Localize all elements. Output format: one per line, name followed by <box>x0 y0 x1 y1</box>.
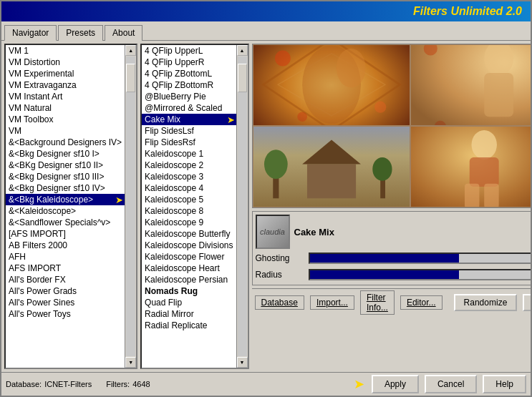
title-bar: Filters Unlimited 2.0 <box>1 1 531 21</box>
arrow-indicator: ➤ <box>115 195 123 205</box>
preview-cell-tl <box>253 44 410 126</box>
list-item[interactable]: Quad Flip <box>142 297 236 308</box>
list-item[interactable]: @Mirrored & Scaled <box>142 102 236 114</box>
middle-list-container: 4 QFlip UpperL 4 QFlip UpperR 4 QFlip ZB… <box>142 45 247 368</box>
scroll-up-btn-mid[interactable]: ▲ <box>237 45 248 56</box>
list-item[interactable]: AFS IMPORT <box>6 263 125 274</box>
cancel-btn[interactable]: Cancel <box>425 375 477 393</box>
svg-point-22 <box>471 130 496 160</box>
database-value: ICNET-Filters <box>44 380 92 388</box>
list-item[interactable]: VM <box>6 125 125 137</box>
middle-list-content: 4 QFlip UpperL 4 QFlip UpperR 4 QFlip ZB… <box>142 45 236 368</box>
scroll-track-mid[interactable] <box>238 57 247 356</box>
list-item[interactable]: &<Background Designers IV> <box>6 137 125 148</box>
list-item[interactable]: VM Toolbox <box>6 114 125 125</box>
svg-rect-24 <box>465 184 479 207</box>
list-item[interactable]: VM Experimental <box>6 68 125 79</box>
list-item[interactable]: VM Extravaganza <box>6 79 125 91</box>
list-item[interactable]: Kaleidoscope 5 <box>142 194 236 205</box>
list-item[interactable]: Kaleidoscope Persian <box>142 274 236 285</box>
list-item-power-sines[interactable]: All's Power Sines <box>6 297 125 308</box>
list-item[interactable]: Kaleidoscope 2 <box>142 160 236 171</box>
list-item-bkg-kaleido[interactable]: &<Bkg Kaleidoscope> ➤ <box>6 194 125 205</box>
svg-point-6 <box>374 101 386 112</box>
tab-presets[interactable]: Presets <box>58 25 103 41</box>
list-item[interactable]: Kaleidoscope Divisions <box>142 240 236 251</box>
filter-info-btn[interactable]: Filter Info... <box>360 290 395 315</box>
list-item[interactable]: AB Filters 2000 <box>6 240 125 251</box>
list-item[interactable]: VM Distortion <box>6 57 125 68</box>
content-area: VM 1 VM Distortion VM Experimental VM Ex… <box>1 41 531 372</box>
list-item[interactable]: Flip SidesLsf <box>142 125 236 137</box>
list-item[interactable]: [AFS IMPORT] <box>6 228 125 240</box>
radius-track[interactable] <box>309 269 531 280</box>
filters-status: Filters: 4648 <box>106 380 150 388</box>
status-bar: Database: ICNET-Filters Filters: 4648 ➤ … <box>1 372 531 396</box>
tab-bar: Navigator Presets About <box>1 21 531 41</box>
preview-cell-bl <box>253 126 410 207</box>
list-item[interactable]: VM 1 <box>6 45 125 57</box>
ghosting-label: Ghosting <box>256 253 306 263</box>
list-item[interactable]: &<Bkg Designer sf10 III> <box>6 171 125 182</box>
list-item[interactable]: Radial Replicate <box>142 320 236 331</box>
list-item[interactable]: &<BKg Designer sf10 II> <box>6 160 125 171</box>
svg-rect-10 <box>484 73 513 117</box>
list-item[interactable]: VM Natural <box>6 102 125 114</box>
list-item[interactable]: Kaleidoscope Heart <box>142 263 236 274</box>
tab-navigator[interactable]: Navigator <box>4 25 57 41</box>
editor-btn[interactable]: Editor... <box>400 295 442 310</box>
left-list-content: VM 1 VM Distortion VM Experimental VM Ex… <box>6 45 125 368</box>
list-item[interactable]: Kaleidoscope 8 <box>142 205 236 217</box>
import-btn[interactable]: Import... <box>310 295 354 310</box>
list-item[interactable]: Flip SidesRsf <box>142 137 236 148</box>
list-item[interactable]: &<Kaleidoscope> <box>6 205 125 217</box>
list-item[interactable]: Radial Mirror <box>142 308 236 320</box>
list-item-nomads-rug[interactable]: Nomads Rug <box>142 285 236 297</box>
list-item[interactable]: 4 QFlip UpperL <box>142 45 236 57</box>
apply-btn[interactable]: Apply <box>372 375 419 393</box>
randomize-btn[interactable]: Randomize <box>454 294 518 311</box>
filter-name-row: claudia Cake Mix <box>256 215 531 249</box>
list-item[interactable]: &<Bkg Designer sf10 IV> <box>6 182 125 194</box>
list-item[interactable]: Kaleidoscope 1 <box>142 148 236 160</box>
scroll-up-btn[interactable]: ▲ <box>125 45 136 56</box>
tab-about[interactable]: About <box>105 25 142 41</box>
list-item[interactable]: Kaleidoscope Flower <box>142 251 236 263</box>
help-btn[interactable]: Help <box>483 375 526 393</box>
left-panel: VM 1 VM Distortion VM Experimental VM Ex… <box>4 44 137 369</box>
list-item[interactable]: All's Border FX <box>6 274 125 285</box>
list-item-power-grads[interactable]: All's Power Grads <box>6 285 125 297</box>
ghosting-fill <box>310 254 459 263</box>
list-item[interactable]: 4 QFlip ZBottomR <box>142 79 236 91</box>
title-bar-text: Filters Unlimited 2.0 <box>413 5 522 18</box>
svg-point-7 <box>297 112 307 122</box>
scroll-thumb[interactable] <box>126 64 135 92</box>
list-item-power-toys[interactable]: All's Power Toys <box>6 308 125 320</box>
apply-arrow-icon: ➤ <box>354 376 364 392</box>
list-item[interactable]: Kaleidoscope Butterfly <box>142 228 236 240</box>
middle-panel: 4 QFlip UpperL 4 QFlip UpperR 4 QFlip ZB… <box>140 44 248 369</box>
list-item[interactable]: Kaleidoscope 9 <box>142 217 236 228</box>
list-item[interactable]: 4 QFlip ZBottomL <box>142 68 236 79</box>
database-btn[interactable]: Database <box>255 295 304 310</box>
list-item[interactable]: 4 QFlip UpperR <box>142 57 236 68</box>
svg-point-20 <box>372 157 392 181</box>
scroll-down-btn-mid[interactable]: ▼ <box>237 357 248 368</box>
list-item[interactable]: VM Instant Art <box>6 91 125 102</box>
preview-grid <box>253 44 531 207</box>
list-item[interactable]: &<Sandflower Specials^v> <box>6 217 125 228</box>
list-item-cake-mix[interactable]: Cake Mix ➤ <box>142 114 236 125</box>
scroll-thumb-mid[interactable] <box>238 64 247 92</box>
scroll-track[interactable] <box>126 57 135 356</box>
list-item[interactable]: Kaleidoscope 4 <box>142 182 236 194</box>
middle-scrollbar: ▲ ▼ <box>236 45 248 368</box>
list-item[interactable]: @BlueBerry Pie <box>142 91 236 102</box>
list-item[interactable]: &<Bkg Designer sf10 I> <box>6 148 125 160</box>
ghosting-track[interactable] <box>309 253 531 264</box>
list-item[interactable]: AFH <box>6 251 125 263</box>
svg-point-18 <box>263 150 287 179</box>
reset-btn[interactable]: Reset <box>523 294 531 311</box>
filter-name-display: Cake Mix <box>294 227 531 237</box>
list-item[interactable]: Kaleidoscope 3 <box>142 171 236 182</box>
scroll-down-btn[interactable]: ▼ <box>125 357 136 368</box>
